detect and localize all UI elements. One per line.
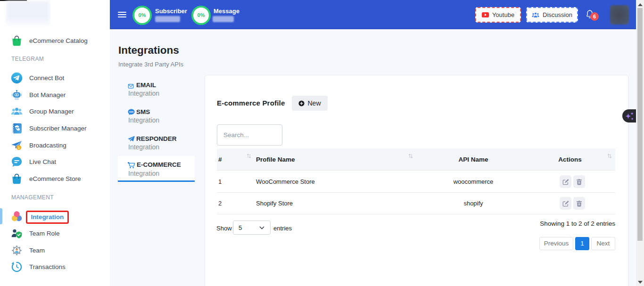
- svg-text:SMS: SMS: [129, 111, 133, 113]
- svg-text:1: 1: [18, 146, 20, 149]
